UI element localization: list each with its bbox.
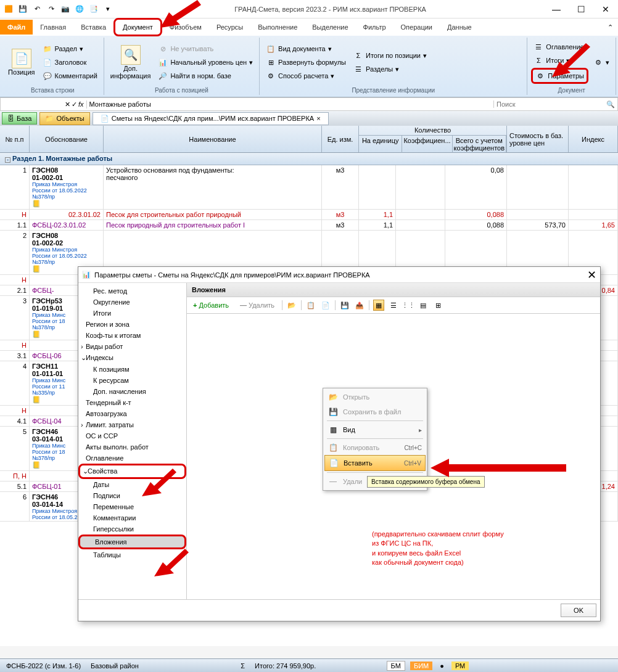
ribbon-collapse-icon[interactable]: ⌃ <box>603 23 618 31</box>
data-row[interactable]: 1.1 ФСБЦ-02.3.01.02 Песок природный для … <box>0 220 618 231</box>
data-row[interactable]: Н 02.3.01.02 Песок для строительных рабо… <box>0 210 618 220</box>
save-icon[interactable]: 💾 <box>339 300 350 311</box>
tab-operations[interactable]: Операции <box>393 20 440 35</box>
col-index[interactable]: Индекс <box>569 126 618 152</box>
ctx-paste[interactable]: 📄ВставитьCtrl+V <box>324 455 426 471</box>
formula-input[interactable]: Монтажные работы <box>87 100 494 108</box>
ctx-view[interactable]: ▦Вид▸ <box>324 422 426 437</box>
maximize-button[interactable]: ☐ <box>572 3 590 15</box>
tree-k-poziciam[interactable]: К позициям <box>78 364 186 375</box>
col-cost[interactable]: Стоимость в баз. уровне цен <box>507 126 569 152</box>
tree-tender[interactable]: Тендерный к-т <box>78 397 186 408</box>
tree-daty[interactable]: Даты <box>78 479 186 490</box>
tab-document-file[interactable]: 📄Сметы на Яндекс\СДК для прим...\РИМ исх… <box>93 112 329 125</box>
tree-koef[interactable]: Коэф-ты к итогам <box>78 330 186 341</box>
view-detail-icon[interactable]: ▤ <box>418 300 429 311</box>
tree-oglavlenie[interactable]: Оглавление <box>78 453 186 464</box>
position-button[interactable]: 📄 Позиция <box>6 39 38 86</box>
open-icon[interactable]: 📂 <box>286 300 297 311</box>
dop-info-button[interactable]: 🔍 Доп. информация <box>108 39 154 86</box>
col-unit[interactable]: Ед. изм. <box>322 126 359 152</box>
tab-resources[interactable]: Ресурсы <box>209 20 250 35</box>
tree-dop-nach[interactable]: Доп. начисления <box>78 386 186 397</box>
tree-vidy-rabot[interactable]: Виды работ <box>78 341 186 352</box>
razdely-button[interactable]: ☰Разделы ▾ <box>351 63 429 75</box>
tab-main[interactable]: Главная <box>33 20 73 35</box>
tree-peremennye[interactable]: Переменные <box>78 501 186 512</box>
tree-k-resursam[interactable]: К ресурсам <box>78 375 186 386</box>
collapse-icon[interactable]: - <box>5 157 10 163</box>
tab-filter[interactable]: Фильтр <box>356 20 393 35</box>
dialog-close-button[interactable]: ✕ <box>587 268 596 282</box>
tree-autoload[interactable]: Автозагрузка <box>78 408 186 419</box>
tab-document[interactable]: Документ <box>113 18 162 36</box>
copy-icon[interactable]: 📋 <box>305 300 316 311</box>
save-icon[interactable]: 💾 <box>17 4 28 15</box>
search-go-icon[interactable]: 🔍 <box>606 100 615 109</box>
tab-data[interactable]: Данные <box>440 20 479 35</box>
tree-vlozheniya[interactable]: Вложения <box>78 535 186 549</box>
tab-objekty[interactable]: 📁Объекты <box>39 112 89 125</box>
itogi-poz-button[interactable]: ΣИтоги по позиции ▾ <box>351 49 429 62</box>
ctx-save[interactable]: 💾Сохранить в файл <box>324 404 426 419</box>
tab-fizobem[interactable]: Физобъем <box>162 20 209 35</box>
extra-dd-button[interactable]: ⚙▾ <box>591 56 612 68</box>
sb-pm[interactable]: РМ <box>451 662 469 670</box>
tab-file[interactable]: Файл <box>0 20 33 35</box>
tab-selection[interactable]: Выделение <box>305 20 355 35</box>
close-button[interactable]: ✕ <box>596 3 615 15</box>
col-name[interactable]: Наименование <box>104 126 322 152</box>
qat-dropdown-icon[interactable]: ▾ <box>102 4 113 15</box>
undo-icon[interactable]: ↶ <box>31 4 43 15</box>
tab-insert[interactable]: Вставка <box>73 20 113 35</box>
view-large-icon[interactable]: ▦ <box>373 300 384 311</box>
section-row[interactable]: - Раздел 1. Монтажные работы <box>0 153 618 165</box>
sposob-rascheta-button[interactable]: ⚙Способ расчета ▾ <box>263 70 348 82</box>
tree-limit[interactable]: Лимит. затраты <box>78 419 186 430</box>
tree-res-metod[interactable]: Рес. метод <box>78 285 186 297</box>
ok-button[interactable]: OK <box>561 604 596 617</box>
view-small-icon[interactable]: ⋮⋮ <box>403 300 414 311</box>
redo-icon[interactable]: ↷ <box>46 4 57 15</box>
razvernut-button[interactable]: ⊞Развернуть формулы <box>263 56 348 68</box>
cancel-formula-icon[interactable]: ✕ <box>65 100 70 109</box>
col-basis[interactable]: Обоснование <box>30 126 104 152</box>
tree-itogi[interactable]: Итоги <box>78 308 186 319</box>
view-tile-icon[interactable]: ⊞ <box>432 300 443 311</box>
paste-icon[interactable]: 📄 <box>320 300 331 311</box>
tree-okruglenie[interactable]: Округление <box>78 297 186 308</box>
dialog-titlebar[interactable]: 📊 Параметры сметы - Сметы на Яндекс\СДК … <box>78 267 600 283</box>
search-input[interactable] <box>496 100 606 108</box>
oglavlenie-button[interactable]: ☰Оглавление <box>531 41 588 53</box>
fx-icon[interactable]: fx <box>78 100 84 109</box>
dialog-tree[interactable]: Рес. метод Округление Итоги Регион и зон… <box>78 283 187 599</box>
ctx-open[interactable]: 📂Открыть <box>324 390 426 404</box>
sb-fsnb[interactable]: ФСНБ-2022 (с Изм. 1-6) <box>4 662 83 670</box>
accept-formula-icon[interactable]: ✓ <box>72 100 77 109</box>
tree-kommentarii[interactable]: Комментарии <box>78 512 186 523</box>
nach-uroven-button[interactable]: 📊Начальный уровень цен ▾ <box>155 56 255 68</box>
parametry-button[interactable]: ⚙Параметры <box>531 68 588 84</box>
razdel-button[interactable]: 📁Раздел ▾ <box>40 43 100 55</box>
kommentariy-button[interactable]: 💬Комментарий <box>40 70 100 82</box>
globe-icon[interactable]: 🌐 <box>74 4 85 15</box>
attachments-area[interactable]: 📂Открыть 💾Сохранить в файл ▦Вид▸ 📋Копиро… <box>187 314 600 599</box>
sb-bim[interactable]: БИМ <box>410 662 432 670</box>
ne-uchityvat-button[interactable]: ⊘Не учитывать <box>155 43 255 55</box>
col-qty[interactable]: Количество На единицу Коэффициен... Всег… <box>359 126 507 152</box>
itogi-button[interactable]: ΣИтоги ▾ <box>531 54 588 67</box>
vid-dokumenta-button[interactable]: 📋Вид документа ▾ <box>263 43 348 55</box>
zagolovok-button[interactable]: 📄Заголовок <box>40 56 100 68</box>
tree-svoistva[interactable]: Свойства <box>78 464 186 479</box>
add-button[interactable]: + Добавить <box>189 300 233 310</box>
tab-baza[interactable]: 🗄База <box>2 112 37 125</box>
delete-button[interactable]: — Удалить <box>236 300 278 310</box>
col-num[interactable]: № п.п <box>0 126 30 152</box>
ctx-copy[interactable]: 📋КопироватьCtrl+C <box>324 440 426 455</box>
tree-podpisi[interactable]: Подписи <box>78 490 186 501</box>
view-list-icon[interactable]: ☰ <box>388 300 399 311</box>
tab-close-icon[interactable]: × <box>316 115 320 122</box>
export-icon[interactable]: 📤 <box>354 300 365 311</box>
sb-bm[interactable]: БМ <box>387 661 405 671</box>
camera-icon[interactable]: 📷 <box>60 4 71 15</box>
